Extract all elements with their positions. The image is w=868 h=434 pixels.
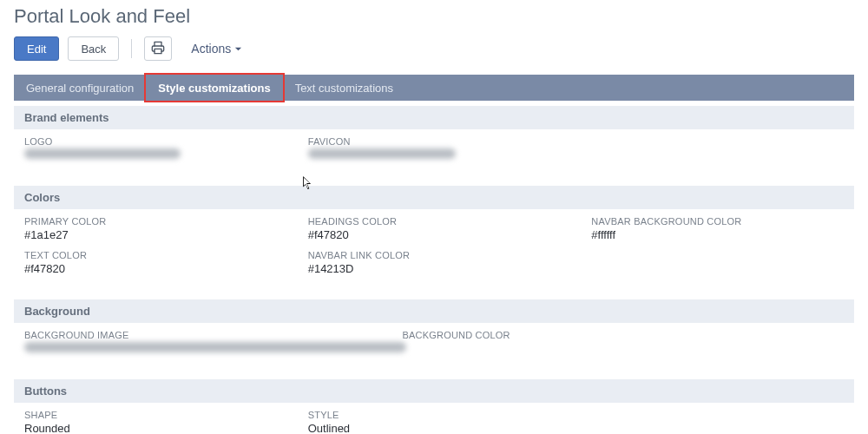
headings-color-label: HEADINGS COLOR bbox=[308, 216, 571, 227]
section-brand-body: LOGO FAVICON bbox=[0, 129, 868, 181]
logo-label: LOGO bbox=[24, 136, 287, 147]
background-image-value bbox=[24, 342, 381, 355]
section-colors-header: Colors bbox=[14, 186, 854, 209]
section-colors-body: PRIMARY COLOR #1a1e27 HEADINGS COLOR #f4… bbox=[0, 209, 868, 294]
section-brand-header: Brand elements bbox=[14, 106, 854, 129]
section-background-body: BACKGROUND IMAGE BACKGROUND COLOR bbox=[0, 323, 868, 374]
text-color-value: #f47820 bbox=[24, 262, 287, 275]
tab-style-customizations[interactable]: Style customizations bbox=[146, 75, 282, 101]
toolbar: Edit Back Actions bbox=[0, 36, 868, 75]
background-image-label: BACKGROUND IMAGE bbox=[24, 330, 381, 340]
actions-dropdown[interactable]: Actions bbox=[186, 38, 247, 59]
svg-rect-0 bbox=[155, 49, 161, 53]
logo-value bbox=[24, 148, 287, 161]
toolbar-divider bbox=[131, 39, 132, 58]
section-background-header: Background bbox=[14, 299, 854, 323]
print-button[interactable] bbox=[144, 36, 172, 61]
tabs: General configuration Style customizatio… bbox=[14, 75, 854, 101]
page-title: Portal Look and Feel bbox=[0, 0, 868, 36]
back-button[interactable]: Back bbox=[68, 36, 119, 61]
shape-value: Rounded bbox=[24, 422, 287, 434]
headings-color-value: #f47820 bbox=[308, 228, 571, 241]
actions-label: Actions bbox=[191, 42, 231, 56]
style-value: Outlined bbox=[308, 422, 571, 434]
navbar-link-color-label: NAVBAR LINK COLOR bbox=[308, 250, 571, 260]
tab-general-configuration[interactable]: General configuration bbox=[14, 75, 146, 101]
printer-icon bbox=[151, 41, 165, 57]
favicon-value bbox=[308, 148, 571, 161]
navbar-bg-color-value: #ffffff bbox=[591, 228, 854, 241]
primary-color-label: PRIMARY COLOR bbox=[24, 216, 287, 227]
background-color-label: BACKGROUND COLOR bbox=[402, 330, 677, 340]
primary-color-value: #1a1e27 bbox=[24, 228, 287, 241]
navbar-bg-color-label: NAVBAR BACKGROUND COLOR bbox=[591, 216, 854, 227]
section-buttons-body: SHAPE Rounded STYLE Outlined LOGO URL bbox=[0, 403, 868, 434]
tab-text-customizations[interactable]: Text customizations bbox=[283, 75, 405, 101]
navbar-link-color-value: #14213D bbox=[308, 262, 571, 275]
favicon-label: FAVICON bbox=[308, 136, 571, 147]
chevron-down-icon bbox=[234, 42, 242, 56]
text-color-label: TEXT COLOR bbox=[24, 250, 287, 260]
edit-button[interactable]: Edit bbox=[14, 36, 59, 61]
style-label: STYLE bbox=[308, 410, 571, 420]
shape-label: SHAPE bbox=[24, 410, 287, 420]
section-buttons-header: Buttons bbox=[14, 379, 854, 403]
